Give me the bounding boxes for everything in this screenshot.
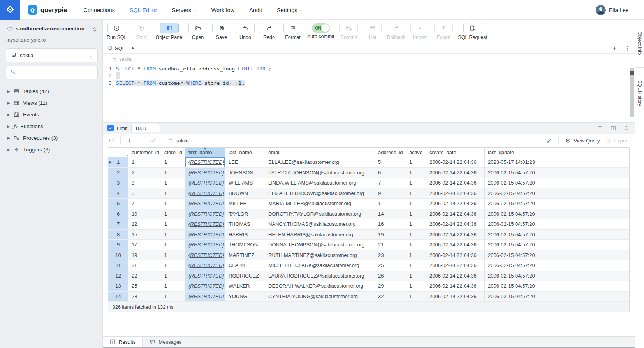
cell-store_id[interactable]: 1: [161, 168, 185, 178]
cell-first_name[interactable]: {RESTRICTED}: [185, 209, 225, 220]
column-header-email[interactable]: email: [265, 148, 375, 157]
cell-active[interactable]: 1: [406, 178, 426, 188]
cell-last_name[interactable]: THOMAS: [225, 219, 265, 230]
cell-customer_id[interactable]: 1: [128, 157, 161, 168]
sidebar-item-events[interactable]: ▶Events: [6, 109, 98, 120]
cell-create_date[interactable]: 2006-02-14 22:04:36: [426, 240, 485, 250]
select-all-corner[interactable]: [108, 148, 128, 157]
cell-customer_id[interactable]: 10: [128, 209, 161, 220]
cell-last_name[interactable]: BROWN: [225, 188, 265, 199]
run-sql-button[interactable]: Run SQL: [107, 23, 127, 40]
column-header-create_date[interactable]: create_date: [426, 148, 485, 157]
cell-customer_id[interactable]: 2: [128, 168, 161, 178]
cell-first_name[interactable]: {RESTRICTED}: [185, 281, 225, 292]
refresh-results-icon[interactable]: [108, 137, 114, 144]
cell-email[interactable]: DOROTHY.TAYLOR@sakilacustomer.org: [265, 209, 375, 220]
cell-customer_id[interactable]: 21: [128, 260, 161, 271]
sidebar-item-triggers-6[interactable]: ▶Triggers (6): [6, 144, 98, 155]
row-number[interactable]: 13: [108, 281, 128, 292]
cell-store_id[interactable]: 1: [161, 219, 185, 230]
cell-last_update[interactable]: 2006-02-15 04:57:20: [485, 292, 542, 302]
caret-right-icon[interactable]: ▶: [7, 136, 10, 140]
cell-address_id[interactable]: 19: [375, 230, 406, 240]
cell-customer_id[interactable]: 25: [128, 281, 161, 292]
limit-checkbox[interactable]: ✓: [107, 125, 114, 131]
cell-last_update[interactable]: 2006-02-15 04:57:20: [485, 188, 542, 199]
cell-customer_id[interactable]: 12: [128, 219, 161, 230]
cell-last_name[interactable]: WILLIAMS: [225, 178, 265, 188]
cell-last_update[interactable]: 2006-02-15 04:57:20: [485, 281, 542, 292]
cell-last_name[interactable]: LEE: [225, 157, 265, 168]
caret-right-icon[interactable]: ▶: [7, 101, 10, 105]
cell-store_id[interactable]: 1: [161, 199, 185, 209]
cell-active[interactable]: 1: [406, 271, 426, 281]
cell-email[interactable]: DEBORAH.WALKER@sakilacustomer.org: [265, 281, 375, 292]
caret-right-icon[interactable]: ▶: [7, 148, 10, 152]
nav-item-workflow[interactable]: Workflow: [211, 7, 234, 13]
cell-address_id[interactable]: 21: [375, 240, 406, 250]
cell-last_update[interactable]: 2006-02-15 04:57:20: [485, 230, 542, 240]
auto-commit-toggle[interactable]: ON: [312, 23, 330, 33]
cell-create_date[interactable]: 2006-02-14 22:04:36: [426, 230, 485, 240]
object-search[interactable]: [6, 66, 98, 79]
column-header-customer_id[interactable]: customer_id: [128, 148, 161, 157]
editor-scrollbar[interactable]: [630, 68, 634, 117]
row-number[interactable]: 6: [108, 209, 128, 220]
cell-create_date[interactable]: 2006-02-14 22:04:36: [426, 281, 485, 292]
row-number[interactable]: 9: [108, 240, 128, 250]
row-number[interactable]: 8: [108, 230, 128, 240]
cell-last_name[interactable]: YOUNG: [225, 292, 265, 302]
remove-row-icon[interactable]: [138, 138, 144, 144]
cell-last_update[interactable]: 2006-02-15 04:57:20: [485, 209, 542, 220]
cell-store_id[interactable]: 1: [161, 281, 185, 292]
cell-first_name[interactable]: {RESTRICTED}: [185, 250, 225, 261]
cell-first_name[interactable]: {RESTRICTED}: [185, 178, 225, 188]
caret-right-icon[interactable]: ▶: [7, 89, 10, 93]
collapse-expand-icon[interactable]: [93, 25, 97, 34]
cell-email[interactable]: CYNTHIA.YOUNG@sakilacustomer.org: [265, 292, 375, 302]
cell-address_id[interactable]: 29: [375, 281, 406, 292]
cell-email[interactable]: NANCY.THOMAS@sakilacustomer.org: [265, 219, 375, 230]
cell-active[interactable]: 1: [406, 292, 426, 302]
cell-email[interactable]: ELIZABETH.BROWN@sakilacustomer.org: [265, 188, 375, 199]
cell-last_update[interactable]: 2006-02-15 04:57:20: [485, 199, 542, 209]
row-number[interactable]: 1: [108, 157, 128, 168]
save-button[interactable]: Save: [212, 23, 231, 40]
object-panel-button[interactable]: Object Panel: [155, 23, 183, 40]
cell-store_id[interactable]: 1: [161, 209, 185, 220]
sql-request-button[interactable]: SQL Request: [458, 23, 487, 40]
cell-address_id[interactable]: 14: [375, 209, 406, 220]
cell-last_update[interactable]: 2006-02-15 04:57:20: [485, 260, 542, 271]
sidebar-item-functions[interactable]: ▶ƒxFunctions: [6, 120, 98, 132]
split-vertical-icon[interactable]: [610, 125, 616, 131]
brand-logo[interactable]: Q querypie: [28, 5, 67, 15]
row-number[interactable]: 5: [108, 199, 128, 209]
tab-menu-button[interactable]: ⋮: [624, 45, 630, 52]
cell-last_update[interactable]: 2023-05-17 14:01:23: [485, 157, 542, 168]
cell-address_id[interactable]: 9: [375, 188, 406, 199]
cell-active[interactable]: 1: [406, 250, 426, 261]
undo-button[interactable]: Undo: [236, 23, 255, 40]
cell-customer_id[interactable]: 3: [128, 178, 161, 188]
column-header-active[interactable]: active: [406, 148, 426, 157]
column-header-last_name[interactable]: last_name: [225, 148, 265, 157]
cell-active[interactable]: 1: [406, 168, 426, 178]
cell-last_name[interactable]: CLARK: [225, 260, 265, 271]
redo-button[interactable]: Redo: [260, 23, 278, 40]
cell-email[interactable]: PATRICIA.JOHNSON@sakilacustomer.org: [265, 168, 375, 178]
cell-store_id[interactable]: 1: [161, 188, 185, 199]
cell-last_update[interactable]: 2006-02-15 04:57:20: [485, 250, 542, 261]
cell-address_id[interactable]: 5: [375, 157, 406, 168]
sidebar-item-procedures-3[interactable]: ▶Procedures (3): [6, 132, 98, 144]
code-area[interactable]: 1SELECT * FROM sandbox_ella.address_long…: [103, 65, 635, 87]
cell-create_date[interactable]: 2006-02-14 22:04:36: [426, 157, 485, 168]
cell-first_name[interactable]: {RESTRICTED}: [185, 188, 225, 199]
cell-store_id[interactable]: 1: [161, 292, 185, 302]
cell-first_name[interactable]: {RESTRICTED}: [185, 219, 225, 230]
cell-email[interactable]: DONNA.THOMPSON@sakilacustomer.org: [265, 240, 375, 250]
row-number[interactable]: 2: [108, 168, 128, 178]
cell-address_id[interactable]: 7: [375, 178, 406, 188]
cell-active[interactable]: 1: [406, 188, 426, 199]
cell-email[interactable]: RUTH.MARTINEZ@sakilacustomer.org: [265, 250, 375, 261]
cell-customer_id[interactable]: 17: [128, 240, 161, 250]
